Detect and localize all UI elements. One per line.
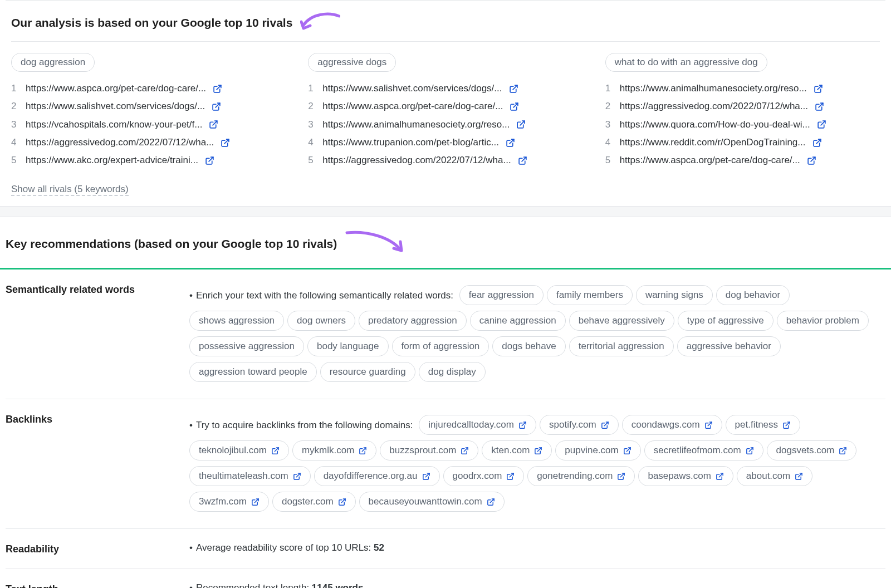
backlink-chip[interactable]: spotify.com: [540, 415, 619, 435]
backlinks-body: •Try to acquire backlinks from the follo…: [189, 413, 885, 515]
external-link-icon[interactable]: [461, 447, 469, 455]
backlink-chip[interactable]: kten.com: [482, 440, 552, 460]
external-link-icon[interactable]: [509, 84, 518, 94]
semantic-chip[interactable]: dog display: [419, 362, 486, 382]
external-link-icon[interactable]: [815, 102, 824, 111]
backlink-chip[interactable]: buzzsprout.com: [380, 440, 478, 460]
external-link-icon[interactable]: [271, 447, 280, 455]
semantic-chip[interactable]: body language: [307, 336, 389, 356]
external-link-icon[interactable]: [205, 156, 214, 165]
rival-url-text[interactable]: https://vcahospitals.com/know-your-pet/f…: [26, 116, 202, 134]
external-link-icon[interactable]: [516, 120, 526, 129]
semantic-chip[interactable]: warning signs: [636, 285, 713, 305]
external-link-icon[interactable]: [518, 421, 527, 429]
keyword-pill[interactable]: aggressive dogs: [308, 53, 396, 72]
backlink-chip[interactable]: injuredcalltoday.com: [419, 415, 536, 435]
external-link-icon[interactable]: [617, 472, 625, 481]
rival-url-text[interactable]: https://www.reddit.com/r/OpenDogTraining…: [620, 134, 806, 151]
rival-url-text[interactable]: https://aggressivedog.com/2022/07/12/wha…: [620, 97, 808, 115]
semantic-chip[interactable]: aggression toward people: [189, 362, 317, 382]
semantic-chip[interactable]: possessive aggression: [189, 336, 304, 356]
rival-url-text[interactable]: https://www.aspca.org/pet-care/dog-care/…: [620, 151, 800, 169]
semantic-chip[interactable]: dog behavior: [716, 285, 790, 305]
keyword-pill[interactable]: what to do with an aggressive dog: [605, 53, 767, 72]
rival-url-text[interactable]: https://www.animalhumanesociety.org/reso…: [620, 80, 807, 97]
rival-url-text[interactable]: https://www.salishvet.com/services/dogs/…: [322, 80, 502, 97]
backlink-chip[interactable]: goodrx.com: [443, 466, 525, 486]
external-link-icon[interactable]: [716, 472, 724, 481]
external-link-icon[interactable]: [746, 447, 754, 455]
external-link-icon[interactable]: [623, 447, 631, 455]
semantic-chip[interactable]: territorial aggression: [569, 336, 674, 356]
textlength-value: 1145 words: [312, 582, 364, 588]
external-link-icon[interactable]: [839, 447, 847, 455]
external-link-icon[interactable]: [487, 498, 495, 506]
external-link-icon[interactable]: [510, 102, 519, 111]
external-link-icon[interactable]: [601, 421, 609, 429]
semantic-chip[interactable]: resource guarding: [320, 362, 415, 382]
external-link-icon[interactable]: [221, 138, 230, 148]
backlink-chip[interactable]: 3wzfm.com: [189, 492, 269, 512]
external-link-icon[interactable]: [782, 421, 791, 429]
rival-url-text[interactable]: https://aggressivedog.com/2022/07/12/wha…: [322, 151, 511, 169]
external-link-icon[interactable]: [212, 102, 221, 111]
semantic-chip[interactable]: shows aggression: [189, 311, 284, 331]
external-link-icon[interactable]: [518, 156, 527, 165]
semantic-chip[interactable]: aggressive behavior: [677, 336, 781, 356]
semantic-chip[interactable]: family members: [547, 285, 633, 305]
semantic-chip[interactable]: dogs behave: [492, 336, 565, 356]
chip-label: dogs behave: [502, 341, 556, 352]
external-link-icon[interactable]: [704, 421, 713, 429]
external-link-icon[interactable]: [506, 472, 515, 481]
backlink-chip[interactable]: secretlifeofmom.com: [644, 440, 763, 460]
backlink-chip[interactable]: pupvine.com: [555, 440, 640, 460]
backlink-chip[interactable]: basepaws.com: [638, 466, 733, 486]
semantic-chip[interactable]: behavior problem: [777, 311, 869, 331]
rival-url-row: 4https://aggressivedog.com/2022/07/12/wh…: [11, 134, 286, 151]
semantic-chip[interactable]: form of aggression: [392, 336, 489, 356]
backlink-chip[interactable]: mykmlk.com: [292, 440, 376, 460]
rival-url-text[interactable]: https://www.salishvet.com/services/dogs/…: [26, 97, 205, 115]
show-all-rivals-link[interactable]: Show all rivals (5 keywords): [11, 184, 129, 196]
rival-url-text[interactable]: https://aggressivedog.com/2022/07/12/wha…: [26, 134, 214, 151]
rival-url-text[interactable]: https://www.animalhumanesociety.org/reso…: [322, 116, 510, 134]
rival-url-text[interactable]: https://www.aspca.org/pet-care/dog-care/…: [26, 80, 206, 97]
external-link-icon[interactable]: [209, 120, 218, 129]
rival-url-text[interactable]: https://www.akc.org/expert-advice/traini…: [26, 151, 198, 169]
external-link-icon[interactable]: [251, 498, 260, 506]
external-link-icon[interactable]: [812, 138, 822, 148]
semantic-chip[interactable]: canine aggression: [470, 311, 566, 331]
semantic-chip[interactable]: fear aggression: [459, 285, 544, 305]
semantic-chip[interactable]: dog owners: [287, 311, 355, 331]
external-link-icon[interactable]: [213, 84, 222, 94]
external-link-icon[interactable]: [359, 447, 367, 455]
external-link-icon[interactable]: [293, 472, 301, 481]
external-link-icon[interactable]: [807, 156, 816, 165]
backlink-chip[interactable]: pet.fitness: [726, 415, 801, 435]
rival-url-text[interactable]: https://www.quora.com/How-do-you-deal-wi…: [620, 116, 810, 134]
external-link-icon[interactable]: [795, 472, 803, 481]
external-link-icon[interactable]: [534, 447, 542, 455]
external-link-icon[interactable]: [338, 498, 346, 506]
backlink-chip[interactable]: dayofdifference.org.au: [314, 466, 440, 486]
backlink-chip[interactable]: teknolojibul.com: [189, 440, 289, 460]
external-link-icon[interactable]: [814, 84, 823, 94]
external-link-icon[interactable]: [422, 472, 430, 481]
backlink-chip[interactable]: dogster.com: [272, 492, 356, 512]
semantic-chip[interactable]: behave aggressively: [569, 311, 674, 331]
semantic-chip[interactable]: type of aggressive: [678, 311, 773, 331]
rival-url-text[interactable]: https://www.trupanion.com/pet-blog/artic…: [322, 134, 499, 151]
backlink-chip[interactable]: coondawgs.com: [622, 415, 722, 435]
external-link-icon[interactable]: [817, 120, 826, 129]
backlink-chip[interactable]: about.com: [737, 466, 812, 486]
backlink-chip[interactable]: dogsvets.com: [767, 440, 857, 460]
backlink-chip[interactable]: gonetrending.com: [527, 466, 635, 486]
rival-url-row: 3https://www.animalhumanesociety.org/res…: [308, 116, 582, 134]
rival-url-text[interactable]: https://www.aspca.org/pet-care/dog-care/…: [322, 97, 503, 115]
external-link-icon[interactable]: [506, 138, 515, 148]
backlink-chip[interactable]: becauseyouwanttowin.com: [359, 492, 505, 512]
keyword-pill[interactable]: dog aggression: [11, 53, 95, 72]
semantic-chip[interactable]: predatory aggression: [359, 311, 467, 331]
readability-text: Average readability score of top 10 URLs…: [196, 542, 374, 553]
backlink-chip[interactable]: theultimateleash.com: [189, 466, 311, 486]
